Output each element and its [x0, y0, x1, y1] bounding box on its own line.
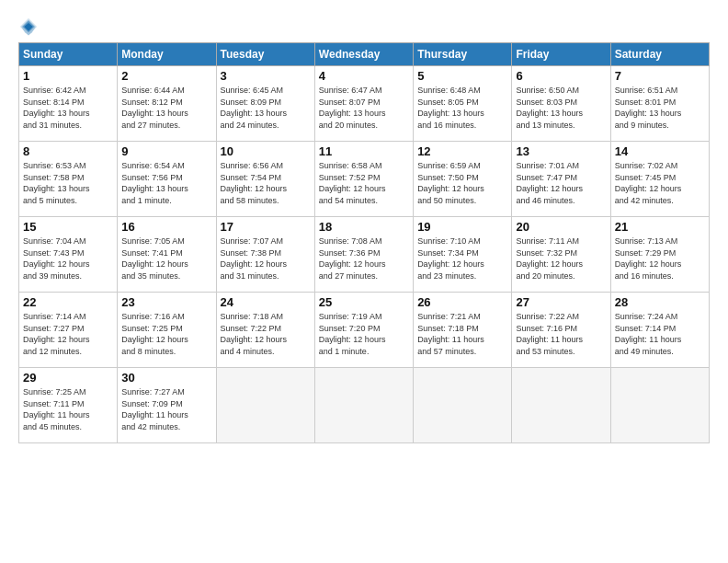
day-number: 2 — [121, 69, 211, 83]
calendar-cell: 16Sunrise: 7:05 AM Sunset: 7:41 PM Dayli… — [118, 217, 216, 293]
cell-info: Sunrise: 6:58 AM Sunset: 7:52 PM Dayligh… — [319, 160, 409, 206]
cell-info: Sunrise: 6:51 AM Sunset: 8:01 PM Dayligh… — [615, 85, 705, 131]
calendar-cell: 2Sunrise: 6:44 AM Sunset: 8:12 PM Daylig… — [118, 66, 216, 142]
calendar-cell: 30Sunrise: 7:27 AM Sunset: 7:09 PM Dayli… — [118, 368, 216, 443]
calendar-cell: 14Sunrise: 7:02 AM Sunset: 7:45 PM Dayli… — [610, 142, 709, 217]
calendar-cell: 23Sunrise: 7:16 AM Sunset: 7:25 PM Dayli… — [118, 293, 216, 368]
day-number: 25 — [319, 295, 409, 309]
calendar-cell: 5Sunrise: 6:48 AM Sunset: 8:05 PM Daylig… — [414, 66, 512, 142]
calendar-cell: 7Sunrise: 6:51 AM Sunset: 8:01 PM Daylig… — [610, 66, 709, 142]
cell-info: Sunrise: 6:59 AM Sunset: 7:50 PM Dayligh… — [417, 160, 507, 206]
week-row-1: 8Sunrise: 6:53 AM Sunset: 7:58 PM Daylig… — [19, 142, 710, 217]
logo-icon — [18, 17, 39, 37]
calendar-cell: 3Sunrise: 6:45 AM Sunset: 8:09 PM Daylig… — [216, 66, 314, 142]
cell-info: Sunrise: 6:47 AM Sunset: 8:07 PM Dayligh… — [319, 85, 409, 131]
cell-info: Sunrise: 7:02 AM Sunset: 7:45 PM Dayligh… — [615, 160, 705, 206]
calendar-cell — [512, 368, 610, 443]
col-wednesday: Wednesday — [314, 43, 413, 66]
cell-info: Sunrise: 7:01 AM Sunset: 7:47 PM Dayligh… — [516, 160, 606, 206]
cell-info: Sunrise: 6:48 AM Sunset: 8:05 PM Dayligh… — [417, 85, 507, 131]
day-number: 17 — [221, 220, 311, 234]
day-number: 6 — [516, 69, 606, 83]
day-number: 8 — [23, 144, 113, 158]
day-number: 20 — [516, 220, 606, 234]
col-saturday: Saturday — [610, 43, 709, 66]
day-number: 5 — [417, 69, 507, 83]
calendar-cell: 26Sunrise: 7:21 AM Sunset: 7:18 PM Dayli… — [414, 293, 512, 368]
cell-info: Sunrise: 7:16 AM Sunset: 7:25 PM Dayligh… — [121, 311, 211, 357]
cell-info: Sunrise: 7:08 AM Sunset: 7:36 PM Dayligh… — [319, 236, 409, 282]
cell-info: Sunrise: 7:24 AM Sunset: 7:14 PM Dayligh… — [615, 311, 705, 357]
calendar-cell: 10Sunrise: 6:56 AM Sunset: 7:54 PM Dayli… — [216, 142, 314, 217]
calendar-cell: 20Sunrise: 7:11 AM Sunset: 7:32 PM Dayli… — [512, 217, 610, 293]
week-row-0: 1Sunrise: 6:42 AM Sunset: 8:14 PM Daylig… — [19, 66, 710, 142]
cell-info: Sunrise: 7:04 AM Sunset: 7:43 PM Dayligh… — [23, 236, 113, 282]
calendar-cell: 24Sunrise: 7:18 AM Sunset: 7:22 PM Dayli… — [216, 293, 314, 368]
calendar-cell: 13Sunrise: 7:01 AM Sunset: 7:47 PM Dayli… — [512, 142, 610, 217]
day-number: 21 — [615, 220, 705, 234]
calendar-cell: 12Sunrise: 6:59 AM Sunset: 7:50 PM Dayli… — [414, 142, 512, 217]
cell-info: Sunrise: 7:25 AM Sunset: 7:11 PM Dayligh… — [23, 386, 113, 432]
calendar-cell: 15Sunrise: 7:04 AM Sunset: 7:43 PM Dayli… — [19, 217, 118, 293]
day-number: 29 — [23, 371, 113, 385]
cell-info: Sunrise: 7:10 AM Sunset: 7:34 PM Dayligh… — [417, 236, 507, 282]
calendar-cell: 11Sunrise: 6:58 AM Sunset: 7:52 PM Dayli… — [314, 142, 413, 217]
day-number: 22 — [23, 295, 113, 309]
logo — [18, 17, 42, 37]
day-number: 14 — [615, 144, 705, 158]
day-number: 16 — [121, 220, 211, 234]
day-number: 10 — [221, 144, 311, 158]
calendar-cell — [610, 368, 709, 443]
calendar-cell: 28Sunrise: 7:24 AM Sunset: 7:14 PM Dayli… — [610, 293, 709, 368]
day-number: 3 — [221, 69, 311, 83]
col-sunday: Sunday — [19, 43, 118, 66]
cell-info: Sunrise: 7:21 AM Sunset: 7:18 PM Dayligh… — [417, 311, 507, 357]
day-number: 27 — [516, 295, 606, 309]
page: Sunday Monday Tuesday Wednesday Thursday… — [0, 0, 728, 453]
day-number: 7 — [615, 69, 705, 83]
cell-info: Sunrise: 6:45 AM Sunset: 8:09 PM Dayligh… — [221, 85, 311, 131]
cell-info: Sunrise: 6:53 AM Sunset: 7:58 PM Dayligh… — [23, 160, 113, 206]
cell-info: Sunrise: 7:11 AM Sunset: 7:32 PM Dayligh… — [516, 236, 606, 282]
day-number: 28 — [615, 295, 705, 309]
col-thursday: Thursday — [414, 43, 512, 66]
week-row-3: 22Sunrise: 7:14 AM Sunset: 7:27 PM Dayli… — [19, 293, 710, 368]
calendar-cell: 22Sunrise: 7:14 AM Sunset: 7:27 PM Dayli… — [19, 293, 118, 368]
cell-info: Sunrise: 7:22 AM Sunset: 7:16 PM Dayligh… — [516, 311, 606, 357]
calendar-cell: 8Sunrise: 6:53 AM Sunset: 7:58 PM Daylig… — [19, 142, 118, 217]
cell-info: Sunrise: 7:27 AM Sunset: 7:09 PM Dayligh… — [121, 386, 211, 432]
day-number: 4 — [319, 69, 409, 83]
day-number: 19 — [417, 220, 507, 234]
calendar-cell: 4Sunrise: 6:47 AM Sunset: 8:07 PM Daylig… — [314, 66, 413, 142]
cell-info: Sunrise: 6:54 AM Sunset: 7:56 PM Dayligh… — [121, 160, 211, 206]
col-tuesday: Tuesday — [216, 43, 314, 66]
calendar-cell: 21Sunrise: 7:13 AM Sunset: 7:29 PM Dayli… — [610, 217, 709, 293]
calendar-cell: 6Sunrise: 6:50 AM Sunset: 8:03 PM Daylig… — [512, 66, 610, 142]
cell-info: Sunrise: 7:18 AM Sunset: 7:22 PM Dayligh… — [221, 311, 311, 357]
cell-info: Sunrise: 7:13 AM Sunset: 7:29 PM Dayligh… — [615, 236, 705, 282]
cell-info: Sunrise: 7:05 AM Sunset: 7:41 PM Dayligh… — [121, 236, 211, 282]
day-number: 26 — [417, 295, 507, 309]
day-number: 24 — [221, 295, 311, 309]
cell-info: Sunrise: 6:56 AM Sunset: 7:54 PM Dayligh… — [221, 160, 311, 206]
col-monday: Monday — [118, 43, 216, 66]
calendar-cell: 9Sunrise: 6:54 AM Sunset: 7:56 PM Daylig… — [118, 142, 216, 217]
col-friday: Friday — [512, 43, 610, 66]
calendar-cell — [414, 368, 512, 443]
day-number: 11 — [319, 144, 409, 158]
week-row-2: 15Sunrise: 7:04 AM Sunset: 7:43 PM Dayli… — [19, 217, 710, 293]
header — [18, 17, 710, 37]
day-number: 23 — [121, 295, 211, 309]
calendar-cell — [314, 368, 413, 443]
calendar-cell: 1Sunrise: 6:42 AM Sunset: 8:14 PM Daylig… — [19, 66, 118, 142]
calendar-cell: 19Sunrise: 7:10 AM Sunset: 7:34 PM Dayli… — [414, 217, 512, 293]
calendar-cell: 29Sunrise: 7:25 AM Sunset: 7:11 PM Dayli… — [19, 368, 118, 443]
day-number: 1 — [23, 69, 113, 83]
cell-info: Sunrise: 6:42 AM Sunset: 8:14 PM Dayligh… — [23, 85, 113, 131]
cell-info: Sunrise: 7:07 AM Sunset: 7:38 PM Dayligh… — [221, 236, 311, 282]
calendar-cell: 25Sunrise: 7:19 AM Sunset: 7:20 PM Dayli… — [314, 293, 413, 368]
day-number: 12 — [417, 144, 507, 158]
day-number: 13 — [516, 144, 606, 158]
calendar-cell: 18Sunrise: 7:08 AM Sunset: 7:36 PM Dayli… — [314, 217, 413, 293]
calendar-cell: 27Sunrise: 7:22 AM Sunset: 7:16 PM Dayli… — [512, 293, 610, 368]
